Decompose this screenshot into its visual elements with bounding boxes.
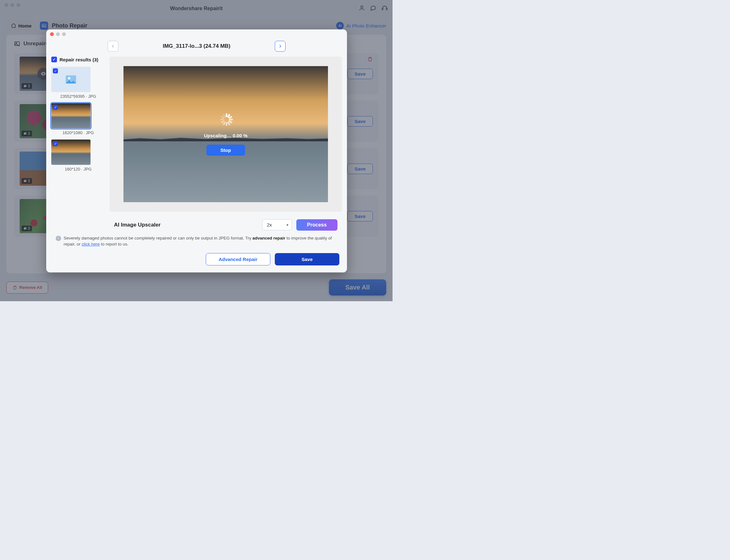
- upscaling-status: Upscaling… 0.00 %: [204, 133, 247, 138]
- repair-results-header[interactable]: ✓ Repair results (3): [51, 57, 105, 62]
- scale-select[interactable]: 2x: [262, 219, 292, 230]
- modal-title: IMG_3117-lo...3 (24.74 MB): [163, 43, 230, 49]
- modal-footer: Advanced Repair Save: [46, 247, 347, 272]
- modal-minimize-dot[interactable]: [56, 32, 60, 36]
- result-item[interactable]: ✓ 160*120 · JPG: [51, 140, 105, 171]
- result-thumbnail[interactable]: ✓: [51, 67, 90, 92]
- modal-zoom-dot[interactable]: [62, 32, 66, 36]
- result-item[interactable]: ✓ 23552*59395 · JPG: [51, 67, 105, 99]
- preview-modal: IMG_3117-lo...3 (24.74 MB) ✓ Repair resu…: [46, 29, 347, 272]
- checkbox-icon[interactable]: ✓: [53, 105, 58, 110]
- spinner-icon: [219, 113, 233, 127]
- upscaler-title: AI Image Upscaler: [114, 222, 160, 228]
- report-link[interactable]: click here: [82, 242, 100, 246]
- svg-point-16: [68, 77, 70, 79]
- result-meta: 23552*59395 · JPG: [51, 94, 105, 99]
- prev-button[interactable]: [108, 41, 118, 52]
- result-meta: 1620*1080 · JPG: [51, 130, 105, 135]
- modal-close-dot[interactable]: [50, 32, 54, 36]
- results-sidebar: ✓ Repair results (3) ✓ 23552*59395 · JPG…: [51, 57, 105, 213]
- checkbox-icon[interactable]: ✓: [53, 141, 58, 146]
- upscaler-controls: AI Image Upscaler 2x Process: [46, 213, 347, 231]
- next-button[interactable]: [275, 41, 285, 52]
- process-button[interactable]: Process: [296, 219, 337, 231]
- info-icon: i: [56, 236, 61, 241]
- advanced-repair-button[interactable]: Advanced Repair: [206, 253, 270, 265]
- upscaling-overlay: Upscaling… 0.00 % Stop: [109, 57, 342, 212]
- result-meta: 160*120 · JPG: [51, 167, 105, 171]
- modal-header: IMG_3117-lo...3 (24.74 MB): [46, 29, 347, 57]
- result-thumbnail[interactable]: ✓: [51, 140, 90, 165]
- checkbox-icon[interactable]: ✓: [51, 57, 57, 62]
- modal-traffic-lights: [50, 32, 66, 36]
- result-thumbnail[interactable]: ✓: [51, 103, 90, 128]
- checkbox-icon[interactable]: ✓: [53, 68, 58, 73]
- preview-pane: Upscaling… 0.00 % Stop: [109, 57, 342, 212]
- notice-text: Severely damaged photos cannot be comple…: [64, 235, 337, 247]
- modal-save-button[interactable]: Save: [275, 253, 339, 265]
- stop-button[interactable]: Stop: [206, 145, 245, 156]
- repair-results-label: Repair results (3): [59, 57, 98, 62]
- notice: i Severely damaged photos cannot be comp…: [46, 231, 347, 247]
- result-item[interactable]: ✓ 1620*1080 · JPG: [51, 103, 105, 135]
